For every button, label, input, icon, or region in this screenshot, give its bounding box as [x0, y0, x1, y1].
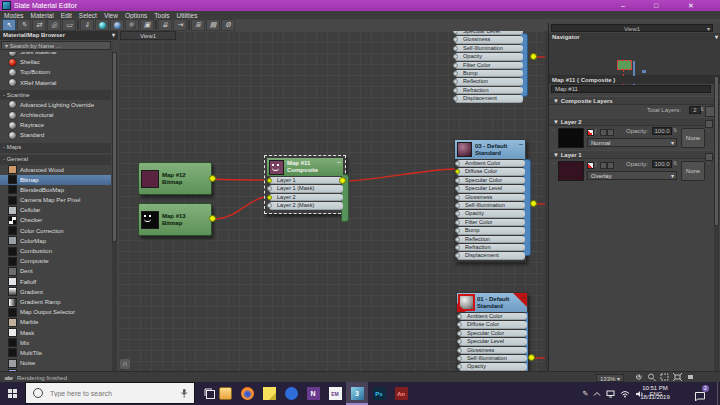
- output-socket[interactable]: [528, 354, 535, 361]
- browser-scrollbar-thumb[interactable]: [112, 52, 117, 242]
- show-maps-in-viewport-button[interactable]: [95, 19, 109, 31]
- browser-list-item[interactable]: - Maps: [0, 143, 111, 153]
- input-socket[interactable]: [457, 356, 462, 361]
- input-socket[interactable]: [455, 237, 460, 242]
- input-socket[interactable]: [455, 178, 460, 183]
- browser-list-item[interactable]: Cellular: [0, 205, 111, 215]
- node-map12-bitmap[interactable]: Map #12Bitmap: [138, 162, 212, 195]
- input-socket[interactable]: [453, 37, 458, 42]
- input-socket[interactable]: [455, 211, 460, 216]
- browser-list-item[interactable]: Marble: [0, 317, 111, 327]
- menu-item[interactable]: View: [104, 12, 118, 19]
- node-slot[interactable]: Layer 1: [269, 177, 343, 184]
- move-children-tool[interactable]: ⇄: [32, 19, 46, 31]
- menu-item[interactable]: Options: [125, 12, 147, 19]
- parameter-panel-title[interactable]: Map #11 ( Composite ): [549, 76, 720, 84]
- utilities-button[interactable]: ⚙: [221, 19, 235, 31]
- node-header[interactable]: 03 - DefaultStandard –: [455, 140, 525, 159]
- node-slot[interactable]: Specular Color: [459, 330, 527, 337]
- input-socket[interactable]: [453, 63, 458, 68]
- zoom-tool-button[interactable]: [647, 373, 657, 382]
- node-01-default-standard[interactable]: 01 - DefaultStandard – Ambient ColorDiff…: [456, 292, 528, 371]
- layer-handle-icon[interactable]: ∙∙: [552, 127, 555, 133]
- node-slot[interactable]: Displacement: [455, 95, 523, 102]
- input-socket[interactable]: [267, 195, 272, 200]
- node-slot[interactable]: Specular Level: [455, 31, 523, 35]
- input-socket[interactable]: [455, 186, 460, 191]
- taskbar-search[interactable]: [25, 382, 195, 404]
- node-slot[interactable]: Layer 1 (Mask): [269, 185, 343, 192]
- node-slot[interactable]: Reflection: [457, 236, 525, 243]
- pick-material-from-object-tool[interactable]: ◎: [47, 19, 61, 31]
- input-socket[interactable]: [267, 203, 272, 208]
- input-socket[interactable]: [453, 96, 458, 101]
- node-slot[interactable]: Specular Color: [457, 177, 525, 184]
- browser-list-item[interactable]: XRef Material: [0, 78, 111, 88]
- output-socket[interactable]: [209, 175, 216, 182]
- composite-layers-rollout[interactable]: ▼ Composite Layers: [549, 96, 720, 105]
- show-shaded-material-button[interactable]: [110, 19, 124, 31]
- chevron-down-icon[interactable]: ▾: [112, 31, 115, 40]
- layer-handle-icon[interactable]: ∙∙: [707, 160, 710, 166]
- toolbar-separator[interactable]: [188, 20, 190, 30]
- hide-unused-nodeslots-button[interactable]: ⇥: [173, 19, 187, 31]
- color-swatch-icon[interactable]: [587, 162, 594, 169]
- node-slot[interactable]: Diffuse Color: [457, 168, 525, 175]
- node-view-canvas[interactable]: Specular LevelGlossinessSelf-Illuminatio…: [118, 31, 545, 371]
- search-input[interactable]: [48, 389, 172, 398]
- node-slot[interactable]: Self-Illumination: [455, 45, 523, 52]
- node-slot[interactable]: Ambient Color: [459, 313, 527, 320]
- input-socket[interactable]: [267, 186, 272, 191]
- input-socket[interactable]: [455, 245, 460, 250]
- input-socket[interactable]: [453, 31, 458, 34]
- material-name-field[interactable]: [551, 85, 711, 93]
- taskbar-app-button[interactable]: [280, 382, 302, 405]
- node-slot[interactable]: Specular Level: [459, 338, 527, 345]
- node-slot[interactable]: Layer 2: [269, 194, 343, 201]
- maximize-button[interactable]: □: [645, 0, 667, 11]
- layer-handle-icon[interactable]: ∙∙: [552, 160, 555, 166]
- node-slot[interactable]: Self-Illumination: [459, 355, 527, 362]
- node-slot[interactable]: Refraction: [455, 87, 523, 94]
- layer-visibility-button[interactable]: [600, 129, 607, 136]
- node-map13-bitmap[interactable]: Map #13Bitmap: [138, 203, 212, 236]
- node-standard-top-partial[interactable]: Specular LevelGlossinessSelf-Illuminatio…: [453, 31, 523, 104]
- taskbar-clock[interactable]: 10:51 PM 18/11/2019: [638, 384, 672, 402]
- node-header[interactable]: Map #11Composite –: [267, 158, 343, 176]
- node-slot[interactable]: Glossiness: [459, 347, 527, 354]
- browser-list-item[interactable]: Bitmap: [0, 175, 111, 185]
- browser-list-item[interactable]: MultiTile: [0, 348, 111, 358]
- toolbar-separator[interactable]: [77, 20, 79, 30]
- node-slot[interactable]: Displacement: [457, 252, 525, 259]
- taskbar-app-button[interactable]: EM: [324, 382, 346, 405]
- color-swatch-icon[interactable]: [587, 129, 594, 136]
- material-map-browser-toggle[interactable]: ≣: [191, 19, 205, 31]
- output-socket[interactable]: [339, 177, 346, 184]
- input-socket[interactable]: [457, 314, 462, 319]
- layer2-rollout[interactable]: ▼ Layer 2: [549, 117, 720, 126]
- layout-children-button[interactable]: ⇊: [158, 19, 172, 31]
- layer2-mask-button[interactable]: None: [681, 128, 705, 148]
- output-socket[interactable]: [530, 200, 537, 207]
- navigator-minimap[interactable]: [549, 41, 720, 76]
- node-map11-composite-selected[interactable]: Map #11Composite – Layer 1Layer 1 (Mask)…: [264, 155, 346, 214]
- search-by-name-input[interactable]: ▾ Search by Name ...: [1, 41, 111, 50]
- node-slot[interactable]: Opacity: [455, 53, 523, 60]
- browser-list-item[interactable]: Composite: [0, 256, 111, 266]
- menu-item[interactable]: Edit: [61, 12, 72, 19]
- show-background-button[interactable]: [125, 19, 139, 31]
- input-socket[interactable]: [453, 88, 458, 93]
- output-socket[interactable]: [530, 53, 537, 60]
- browser-panel-header[interactable]: Material/Map Browser▾: [0, 31, 118, 40]
- node-slot[interactable]: Filter Color: [455, 62, 523, 69]
- layer-visibility-button[interactable]: [600, 162, 607, 169]
- microphone-icon[interactable]: [180, 388, 188, 398]
- browser-list-item[interactable]: Map Output Selector: [0, 307, 111, 317]
- browser-list-item[interactable]: Falloff: [0, 277, 111, 287]
- pen-icon[interactable]: ✎: [583, 390, 589, 398]
- taskbar-app-button[interactable]: [214, 382, 236, 405]
- window-titlebar[interactable]: Slate Material Editor – □ ✕: [0, 0, 720, 11]
- pan-view-widget[interactable]: ∩: [120, 359, 130, 369]
- node-minimize-icon[interactable]: –: [521, 294, 525, 300]
- close-button[interactable]: ✕: [680, 0, 702, 11]
